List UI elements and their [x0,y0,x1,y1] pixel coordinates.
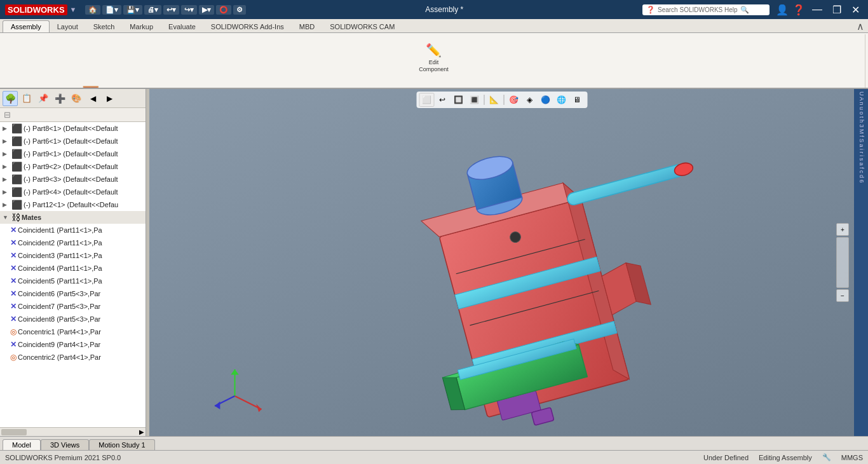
vt-wireframe-btn[interactable]: ⬜ [419,93,434,107]
panel-color-btn[interactable]: 🎨 [69,91,84,106]
tab-motion-study[interactable]: Motion Study 1 [89,439,154,450]
tab-assembly[interactable]: Assembly [3,20,50,32]
help-icon[interactable]: ❓ [792,4,805,16]
expand-part9-3[interactable]: ▶ [3,176,10,182]
tab-mbd[interactable]: MBD [292,21,322,32]
part12-icon: ⬛ [11,200,22,210]
mate-button[interactable]: 🔗 Mate [39,83,72,89]
coincident1-label: Coincident1 (Part11<1>,Pa [18,226,102,234]
tree-item-coincident7[interactable]: ✕ Coincident7 (Part5<3>,Par [0,300,146,313]
vt-display-btn[interactable]: 🔳 [466,93,482,107]
sidebar-text[interactable]: U A n u o t h 3 M f S a i r i s a f c d … [857,92,865,183]
title-btn-undo[interactable]: ↩▾ [163,5,179,15]
panel-prev-btn[interactable]: ◀ [85,91,100,106]
vt-triad-btn[interactable]: 🎯 [506,93,521,107]
tree-item-part9-4[interactable]: ▶ ⬛ (-) Part9<4> (Default<<Default [0,186,146,198]
panel-pin-btn[interactable]: 📌 [36,91,51,106]
vt-section-btn[interactable]: 🔲 [451,93,466,107]
tree-item-part6[interactable]: ▶ ⬛ (-) Part6<1> (Default<<Default [0,135,146,147]
vt-sep2 [503,95,504,105]
vt-scene-btn[interactable]: 🔵 [538,93,553,107]
expand-part6[interactable]: ▶ [3,138,10,144]
panel-tree-btn[interactable]: 🌳 [3,91,18,106]
expand-part9-4[interactable]: ▶ [3,189,10,195]
hscroll-thumb[interactable] [1,429,27,435]
tree-item-concentric1[interactable]: ◎ Concentric1 (Part4<1>,Par [0,325,146,338]
viewport[interactable]: ⬜ ↩ 🔲 🔳 📐 🎯 ◈ 🔵 🌐 🖥 [149,89,854,436]
component-window-button[interactable]: 🪟 ComponentPreviewWindow [74,83,107,89]
search-bar[interactable]: ❓ Search SOLIDWORKS Help 🔍 [642,4,770,15]
tree-item-part9-3[interactable]: ▶ ⬛ (-) Part9<3> (Default<<Default [0,173,146,186]
search-icon: 🔍 [740,6,749,14]
coincident8-icon: ✕ [10,315,17,324]
tab-cam[interactable]: SOLIDWORKS CAM [322,21,402,32]
vt-globe-btn[interactable]: 🌐 [553,93,569,107]
title-btn-1[interactable]: 🏠 [85,5,100,15]
expand-mates[interactable]: ▼ [3,214,10,221]
panel-hscroll[interactable]: ▶ [0,427,146,436]
expand-part8[interactable]: ▶ [3,125,10,132]
feature-tree[interactable]: ▶ ⬛ (-) Part8<1> (Default<<Default ▶ ⬛ (… [0,122,146,427]
tab-3d-views[interactable]: 3D Views [41,439,89,450]
tree-item-part9-2[interactable]: ▶ ⬛ (-) Part9<2> (Default<<Default [0,160,146,173]
tree-item-coincident5[interactable]: ✕ Coincident5 (Part11<1>,Pa [0,275,146,287]
part9-2-label: (-) Part9<2> (Default<<Default [24,163,118,170]
close-button[interactable]: ✕ [848,4,863,16]
vt-view-btn[interactable]: ↩ [435,93,450,107]
coincident5-icon: ✕ [10,276,17,285]
panel-list-btn[interactable]: 📋 [19,91,34,106]
coincident7-icon: ✕ [10,302,17,311]
tree-item-concentric2[interactable]: ◎ Concentric2 (Part4<1>,Par [0,351,146,364]
group-edit-component: ✏️ EditComponent [3,34,865,81]
title-btn-4[interactable]: 🖨▾ [144,5,161,15]
vt-snap-btn[interactable]: 📐 [486,93,501,107]
tree-item-coincident9[interactable]: ✕ Coincident9 (Part4<1>,Par [0,338,146,351]
tab-sketch[interactable]: Sketch [86,21,123,32]
tab-evaluate[interactable]: Evaluate [161,21,203,32]
tab-layout[interactable]: Layout [50,21,86,32]
tree-item-coincident8[interactable]: ✕ Coincident8 (Part5<3>,Par [0,313,146,325]
panel-next-btn[interactable]: ▶ [102,91,117,106]
title-btn-5[interactable]: ⭕ [216,5,231,15]
vt-light-btn[interactable]: ◈ [522,93,537,107]
ribbon-collapse-btn[interactable]: ∧ [853,20,868,32]
mates-section[interactable]: ▼ ⛓ Mates [0,211,146,224]
zoom-in-btn[interactable]: + [836,223,849,236]
expand-part9-1[interactable]: ▶ [3,151,10,157]
tree-item-coincident1[interactable]: ✕ Coincident1 (Part11<1>,Pa [0,224,146,236]
vt-screen-btn[interactable]: 🖥 [569,93,585,107]
tree-item-coincident2[interactable]: ✕ Coincident2 (Part11<1>,Pa [0,236,146,249]
editing-status: Editing Assembly [759,454,812,461]
tree-item-coincident6[interactable]: ✕ Coincident6 (Part5<3>,Par [0,287,146,300]
coincident5-label: Coincident5 (Part11<1>,Pa [18,277,102,285]
tree-item-coincident4[interactable]: ✕ Coincident4 (Part11<1>,Pa [0,262,146,275]
title-btn-redo[interactable]: ↪▾ [181,5,197,15]
tab-model[interactable]: Model [3,439,41,450]
expand-part12[interactable]: ▶ [3,201,10,208]
tree-item-part8[interactable]: ▶ ⬛ (-) Part8<1> (Default<<Default [0,122,146,135]
insert-components-button[interactable]: 📦 InsertComponents [5,83,38,89]
filter-icon: ⊟ [4,110,11,119]
zoom-out-btn[interactable]: − [836,289,849,302]
tab-markup[interactable]: Markup [122,21,161,32]
tree-item-coincident3[interactable]: ✕ Coincident3 (Part11<1>,Pa [0,249,146,262]
tree-item-part9-1[interactable]: ▶ ⬛ (-) Part9<1> (Default<<Default [0,147,146,160]
coincident3-icon: ✕ [10,251,17,260]
title-btn-settings[interactable]: ⚙ [233,5,246,15]
edit-component-button[interactable]: ✏️ EditComponent [418,36,450,80]
hscroll-right[interactable]: ▶ [139,428,144,435]
tab-addins[interactable]: SOLIDWORKS Add-Ins [203,21,292,32]
minimize-button[interactable]: — [809,4,825,16]
title-btn-3[interactable]: 💾▾ [123,5,142,15]
user-icon[interactable]: 👤 [776,4,789,16]
restore-button[interactable]: ❐ [829,4,844,16]
title-btn-cursor[interactable]: ▶▾ [199,5,214,15]
tree-item-part12[interactable]: ▶ ⬛ (-) Part12<1> (Default<<Defau [0,198,146,211]
coincident9-icon: ✕ [10,340,17,349]
expand-part9-2[interactable]: ▶ [3,163,10,170]
coincident1-icon: ✕ [10,226,17,235]
title-btn-2[interactable]: 📄▾ [102,5,121,15]
panel-add-btn[interactable]: ➕ [52,91,67,106]
zoom-slider[interactable] [836,237,849,288]
part8-icon: ⬛ [11,123,22,133]
